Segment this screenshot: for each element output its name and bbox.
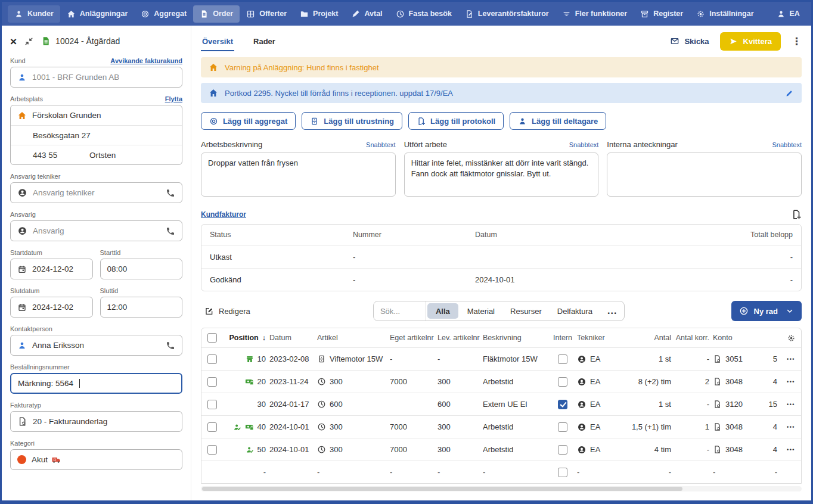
nav-item-aggregat[interactable]: Aggregat bbox=[134, 5, 193, 23]
lagg-till-deltagare-button[interactable]: Lägg till deltagare bbox=[510, 112, 606, 130]
snabbtext-link[interactable]: Snabbtext bbox=[366, 141, 396, 148]
ansvarig-field[interactable]: Ansvarig bbox=[10, 220, 182, 241]
avvikande-fakturakund-link[interactable]: Avvikande fakturakund bbox=[110, 57, 182, 64]
kategori-value: Akut bbox=[32, 455, 48, 464]
order-line-row[interactable]: 50 2024-10-01 300 7000 300 Arbetstid bbox=[201, 438, 801, 461]
flytta-link[interactable]: Flytta bbox=[165, 95, 182, 102]
nav-item-leverantorsfakturor[interactable]: Leverantörsfakturor bbox=[458, 5, 556, 23]
add-invoice-icon[interactable] bbox=[791, 209, 802, 220]
snabbtext-link[interactable]: Snabbtext bbox=[569, 141, 599, 148]
close-panel-button[interactable]: × bbox=[10, 36, 17, 47]
order-line-row[interactable]: 20 2023-11-24 300 7000 300 Arbetstid bbox=[201, 370, 801, 393]
more-actions-button[interactable]: ⋮ bbox=[792, 36, 802, 46]
user-menu[interactable]: EA bbox=[770, 5, 806, 23]
starttid-label: Starttid bbox=[100, 249, 121, 256]
line-own-article-number: 7000 bbox=[390, 377, 407, 386]
person-circle-icon bbox=[17, 226, 27, 236]
filter-delfaktura[interactable]: Delfaktura bbox=[550, 301, 600, 321]
lagg-till-aggregat-button[interactable]: Lägg till aggregat bbox=[201, 112, 296, 130]
scrollbar-thumb[interactable] bbox=[202, 487, 682, 491]
row-menu-button[interactable]: ••• bbox=[787, 379, 795, 385]
phone-icon[interactable] bbox=[166, 341, 175, 350]
kategori-field[interactable]: Akut bbox=[10, 449, 182, 470]
slutdatum-field[interactable]: 2024-12-02 bbox=[10, 297, 93, 318]
arbetsplats-card[interactable]: Förskolan Grunden Besöksgatan 27 443 55O… bbox=[10, 105, 182, 165]
row-menu-button[interactable]: ••• bbox=[787, 447, 795, 453]
horizontal-scrollbar[interactable] bbox=[201, 486, 802, 491]
nav-item-register[interactable]: Register bbox=[634, 5, 690, 23]
lagg-till-utrustning-button[interactable]: Lägg till utrustning bbox=[302, 112, 402, 130]
redigera-button[interactable]: Redigera bbox=[204, 306, 250, 316]
phone-icon[interactable] bbox=[166, 226, 175, 236]
tab-oversikt[interactable]: Översikt bbox=[201, 32, 234, 51]
invoice-row[interactable]: Godkänd - 2024-10-01 - bbox=[201, 268, 801, 291]
starttid-field[interactable]: 08:00 bbox=[100, 259, 183, 279]
interna-anteckningar-textarea[interactable] bbox=[607, 153, 802, 197]
filter-material[interactable]: Material bbox=[460, 301, 502, 321]
bestallningsnummer-input[interactable]: Märkning: 5564 bbox=[10, 373, 182, 394]
nav-item-fler-funktioner[interactable]: Fler funktioner bbox=[556, 5, 634, 23]
nav-item-anlaggningar[interactable]: Anläggningar bbox=[60, 5, 135, 23]
intern-checkbox[interactable] bbox=[558, 422, 567, 432]
filter-alla[interactable]: Alla bbox=[427, 303, 458, 319]
material-article-icon bbox=[317, 354, 326, 363]
order-line-row[interactable]: 10 2023-02-08 Viftemotor 15W - - Fläktmo… bbox=[201, 347, 801, 370]
row-checkbox[interactable] bbox=[207, 377, 217, 387]
notifications-button[interactable] bbox=[806, 5, 813, 23]
kund-field[interactable]: 1001 - BRF Grunden AB bbox=[10, 67, 182, 88]
collapse-panel-icon[interactable] bbox=[24, 36, 34, 46]
arbetsbeskrivning-textarea[interactable]: Droppar vatten från frysen bbox=[201, 153, 396, 197]
nav-item-kunder[interactable]: Kunder bbox=[8, 5, 60, 23]
invoice-row[interactable]: Utkast - - bbox=[201, 245, 801, 268]
row-checkbox[interactable] bbox=[207, 445, 217, 455]
intern-checkbox[interactable] bbox=[558, 445, 567, 455]
utfort-arbete-textarea[interactable]: Hittar inte felet, misstänker att dörr i… bbox=[404, 153, 599, 197]
filter-resurser[interactable]: Resurser bbox=[502, 301, 550, 321]
nav-item-avtal[interactable]: Avtal bbox=[345, 5, 389, 23]
nav-item-fasta-besok[interactable]: Fasta besök bbox=[389, 5, 458, 23]
row-menu-button[interactable]: ••• bbox=[787, 402, 795, 407]
intern-checkbox[interactable] bbox=[558, 354, 567, 364]
row-menu-button[interactable]: ••• bbox=[787, 356, 795, 362]
row-checkbox[interactable] bbox=[207, 400, 217, 409]
nav-item-projekt[interactable]: Projekt bbox=[293, 5, 345, 23]
intern-checkbox[interactable] bbox=[558, 400, 567, 409]
kontaktperson-value: Anna Eriksson bbox=[32, 341, 84, 350]
row-checkbox[interactable] bbox=[207, 354, 217, 364]
intern-checkbox[interactable] bbox=[558, 377, 567, 387]
sluttid-field[interactable]: 12:00 bbox=[100, 297, 183, 318]
nav-item-order[interactable]: Order bbox=[193, 5, 240, 23]
skicka-button[interactable]: Skicka bbox=[670, 36, 709, 46]
order-lines-toolbar: Redigera Sök... Alla Material Resurser D… bbox=[201, 301, 802, 321]
row-menu-button[interactable]: ••• bbox=[787, 424, 795, 430]
startdatum-field[interactable]: 2024-12-02 bbox=[10, 259, 93, 279]
tab-rader[interactable]: Rader bbox=[252, 32, 277, 51]
nav-item-offerter[interactable]: Offerter bbox=[240, 5, 293, 23]
select-all-checkbox[interactable] bbox=[207, 333, 217, 343]
search-input[interactable]: Sök... bbox=[374, 301, 426, 321]
phone-icon[interactable] bbox=[166, 188, 175, 198]
kontaktperson-field[interactable]: Anna Eriksson bbox=[10, 335, 182, 356]
intern-checkbox[interactable] bbox=[558, 468, 567, 477]
kundfakturor-link[interactable]: Kundfakturor bbox=[201, 210, 246, 219]
ansvarig-tekniker-field[interactable]: Ansvarig tekniker bbox=[10, 182, 182, 203]
ny-rad-button[interactable]: Ny rad bbox=[731, 301, 802, 321]
row-checkbox[interactable] bbox=[207, 422, 217, 432]
nav-item-installningar[interactable]: Inställningar bbox=[690, 5, 760, 23]
fakturatyp-field[interactable]: 20 - Fakturaunderlag bbox=[10, 411, 182, 432]
sort-descending-icon[interactable]: ↓ bbox=[262, 334, 266, 342]
pencil-icon[interactable] bbox=[785, 89, 794, 98]
top-navigation: Kunder Anläggningar Aggregat Order Offer… bbox=[2, 2, 811, 26]
order-line-row[interactable]: 40 2024-10-01 300 7000 300 Arbetstid bbox=[201, 415, 801, 438]
line-date: 2023-11-24 bbox=[269, 377, 309, 386]
empty-new-line-row[interactable]: - - - - - - - - - bbox=[201, 461, 801, 483]
lagg-till-protokoll-button[interactable]: Lägg till protokoll bbox=[408, 112, 504, 130]
invoice-status: Godkänd bbox=[210, 275, 353, 284]
line-description: Extern UE El bbox=[483, 400, 527, 409]
order-line-row[interactable]: 30 2024-01-17 600 600 Extern UE El bbox=[201, 393, 801, 415]
kvittera-button[interactable]: Kvittera bbox=[720, 32, 781, 51]
column-settings-gear-icon[interactable] bbox=[787, 334, 796, 343]
line-technician: EA bbox=[590, 354, 600, 363]
filter-overflow-button[interactable]: ... bbox=[600, 301, 624, 321]
snabbtext-link[interactable]: Snabbtext bbox=[772, 141, 802, 148]
